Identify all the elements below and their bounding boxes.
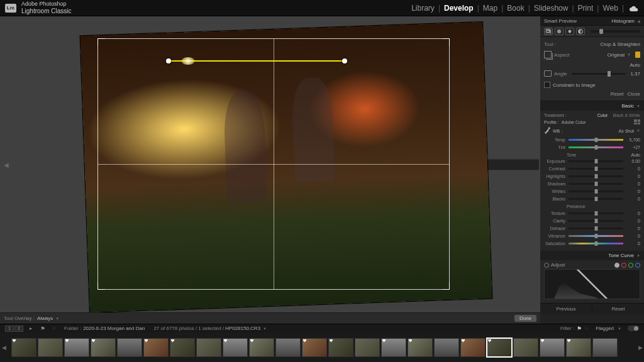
temp-value[interactable]: 5,700 [626,138,640,142]
crop-handle-tl[interactable] [97,38,105,46]
tint-slider[interactable] [569,146,623,148]
contrast-value[interactable]: 0 [626,167,640,171]
filmstrip-thumb[interactable] [408,338,433,357]
crop-icon[interactable] [544,51,552,58]
flag-reject-icon[interactable]: ⚐ [52,326,57,332]
angle-auto[interactable]: Auto [630,62,640,68]
crop-reset-button[interactable]: Reset [611,91,624,97]
crop-handle-tr[interactable] [442,38,450,46]
texture-slider[interactable] [569,212,623,214]
filmstrip-thumb[interactable] [540,338,565,357]
filmstrip-thumb[interactable] [460,338,486,357]
filmstrip-thumb[interactable] [592,338,618,357]
filmstrip-thumb[interactable] [223,338,248,357]
filmstrip-thumb[interactable] [143,338,169,357]
straighten-handle-left[interactable] [166,58,171,63]
crop-overlay[interactable] [97,38,450,290]
module-develop[interactable]: Develop [440,4,477,13]
curve-channel-blue[interactable] [635,263,640,268]
filmstrip-thumb[interactable] [275,338,301,357]
filmstrip-thumb[interactable] [434,338,459,357]
redeye-tool-button[interactable] [565,28,574,35]
tool-overlay-value[interactable]: Always [37,315,53,321]
heal-tool-button[interactable] [555,28,564,35]
filmstrip-thumb[interactable] [249,338,274,357]
shadows-value[interactable]: 0 [626,182,640,186]
curve-channel-rgb[interactable] [614,263,619,268]
crop-close-button[interactable]: Close [628,91,640,97]
module-library[interactable]: Library [408,4,438,13]
filmstrip-thumb[interactable] [566,338,591,357]
reset-button[interactable]: Reset [592,306,644,312]
texture-value[interactable]: 0 [626,211,640,216]
folder-value[interactable]: 2020-8-23 Morgan and Dan [83,326,145,331]
tone-auto[interactable]: Auto [631,153,640,157]
filmstrip-thumb[interactable] [91,338,116,357]
filter-flag-icon[interactable]: ⚑ [577,326,582,332]
angle-value[interactable]: 1.37 [630,71,640,77]
clarity-value[interactable]: 0 [626,219,640,223]
saturation-value[interactable]: 0 [626,241,640,246]
dehaze-value[interactable]: 0 [626,226,640,231]
wb-value[interactable]: As Shot [619,129,635,133]
blacks-slider[interactable] [569,198,623,200]
filmstrip-thumb[interactable] [513,338,538,357]
whites-value[interactable]: 0 [626,189,640,194]
vibrance-value[interactable]: 0 [626,234,640,238]
filter-flagged-label[interactable]: Flagged [596,326,614,331]
module-print[interactable]: Print [574,4,597,13]
crop-handle-br[interactable] [442,282,450,290]
module-map[interactable]: Map [479,4,501,13]
module-web[interactable]: Web [599,4,621,13]
filmstrip-thumb[interactable] [170,338,195,357]
filmstrip-thumb[interactable] [328,338,353,357]
toolstrip-slider[interactable] [591,30,640,33]
module-slideshow[interactable]: Slideshow [530,4,572,13]
treatment-color[interactable]: Color [597,113,608,118]
curve-channel-red[interactable] [621,263,626,268]
highlights-slider[interactable] [569,175,623,177]
secondary-display-toggle[interactable]: 12 [5,326,23,332]
crop-handle-bl[interactable] [97,282,105,290]
angle-slider[interactable] [572,73,625,75]
profile-browser-icon[interactable] [634,119,640,124]
filmstrip-thumb[interactable] [117,338,142,357]
filmstrip-thumb[interactable] [196,338,221,357]
wb-eyedropper-icon[interactable] [544,127,550,134]
contrast-slider[interactable] [569,168,623,170]
filmstrip-scroll-right[interactable]: ▶ [636,332,644,362]
tonecurve-header[interactable]: Tone Curve ▼ [540,251,644,260]
straighten-line[interactable] [169,60,345,62]
filmstrip-thumb[interactable] [487,338,512,357]
tint-value[interactable]: +27 [626,145,640,150]
filter-unflag-icon[interactable]: ⚐ [584,326,589,332]
basic-panel-header[interactable]: Basic ▼ [540,101,644,111]
cloud-sync-icon[interactable] [629,5,639,11]
shadows-slider[interactable] [569,183,623,185]
treatment-bw[interactable]: Black & White [613,113,640,118]
straighten-handle-right[interactable] [342,58,347,63]
filmstrip-thumb[interactable] [302,338,327,357]
filmstrip-thumb[interactable] [381,338,406,357]
curve-channel-green[interactable] [628,263,633,268]
left-panel-toggle-icon[interactable]: ◀ [1,158,11,170]
blacks-value[interactable]: 0 [626,197,640,201]
flag-pick-icon[interactable]: ⚑ [40,326,45,332]
exposure-slider[interactable] [569,160,623,162]
filmstrip-thumb[interactable] [11,338,36,357]
curve-point-tool-icon[interactable] [544,263,549,268]
aspect-lock-icon[interactable] [635,52,640,58]
temp-slider[interactable] [569,139,623,141]
histogram-header[interactable]: Smart Preview Histogram ◀ [540,16,644,26]
whites-slider[interactable] [569,190,623,192]
crop-tool-button[interactable] [544,28,553,35]
done-button[interactable]: Done [514,315,536,322]
filmstrip-thumb[interactable] [355,338,380,357]
ruler-icon[interactable] [544,70,552,77]
dehaze-slider[interactable] [569,228,623,229]
constrain-checkbox[interactable] [544,82,550,88]
mask-tool-button[interactable] [576,28,585,35]
filmstrip-scroll-left[interactable]: ◀ [0,332,8,362]
previous-button[interactable]: Previous [540,306,592,312]
filmstrip-thumb[interactable] [38,338,63,357]
